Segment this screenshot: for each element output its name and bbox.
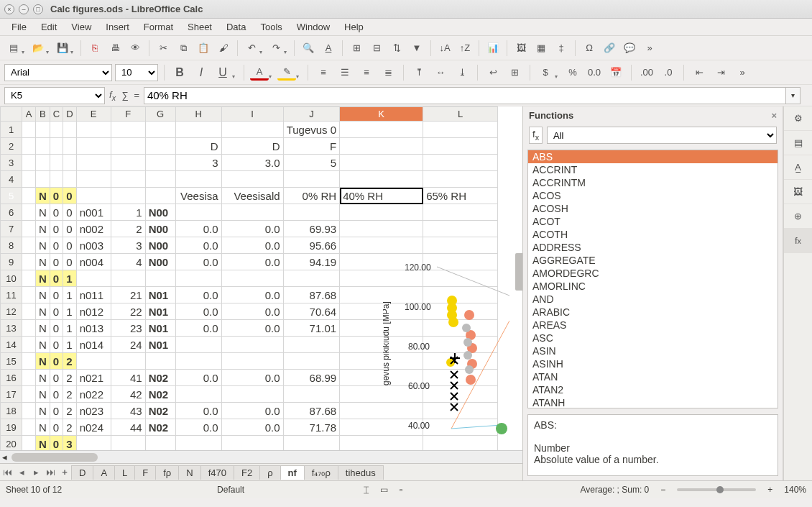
save-button[interactable]: 💾 [53, 39, 72, 58]
cell-I13[interactable]: 0.0 [221, 320, 283, 337]
window-maximize-button[interactable]: □ [33, 4, 43, 14]
sheet-tab-nf[interactable]: nf [280, 465, 305, 480]
cell-E5[interactable] [76, 188, 111, 204]
cell-G16[interactable]: N02 [145, 370, 175, 386]
fn-item-asinh[interactable]: ASINH [528, 357, 778, 370]
menu-tools[interactable]: Tools [254, 20, 287, 34]
cell-G1[interactable] [145, 122, 175, 138]
bold-button[interactable]: B [170, 63, 189, 82]
fn-item-amorlinc[interactable]: AMORLINC [528, 280, 778, 293]
cell-L18[interactable] [423, 403, 498, 419]
cell-H13[interactable]: 0.0 [175, 320, 221, 337]
window-minimize-button[interactable]: – [19, 4, 29, 14]
cell-J9[interactable]: 94.19 [283, 254, 340, 270]
add-sheet-button[interactable]: + [57, 467, 72, 478]
col-header-L[interactable]: L [423, 107, 498, 122]
cell-C7[interactable]: 0 [50, 221, 63, 237]
cell-G6[interactable]: N00 [145, 204, 175, 221]
cell-F13[interactable]: 23 [111, 320, 145, 337]
cell-I3[interactable]: 3.0 [221, 155, 283, 171]
cell-J13[interactable]: 71.01 [283, 320, 340, 337]
merge-button[interactable]: ⊞ [505, 63, 524, 82]
cell-K7[interactable] [340, 221, 423, 237]
hyperlink-button[interactable]: 🔗 [600, 39, 619, 58]
col-header-E[interactable]: E [76, 107, 111, 122]
fn-item-acoth[interactable]: ACOTH [528, 228, 778, 241]
row-header-13[interactable]: 13 [1, 320, 22, 337]
cell-C17[interactable]: 0 [50, 386, 63, 403]
cell-F15[interactable] [111, 353, 145, 370]
cell-K13[interactable] [340, 320, 423, 337]
sidebar-styles-icon[interactable]: A̲ [784, 155, 812, 180]
cell-H8[interactable]: 0.0 [175, 237, 221, 254]
fn-item-abs[interactable]: ABS [528, 150, 778, 163]
row-header-17[interactable]: 17 [1, 386, 22, 403]
cell-J4[interactable] [283, 171, 340, 188]
comment-button[interactable]: 💬 [620, 39, 639, 58]
cell-E13[interactable]: n013 [76, 320, 111, 337]
align-left-button[interactable]: ≡ [314, 63, 333, 82]
cell-B15[interactable]: N [36, 353, 50, 370]
cell-L15[interactable] [423, 353, 498, 370]
cell-D7[interactable]: 0 [63, 221, 76, 237]
row-header-8[interactable]: 8 [1, 237, 22, 254]
cell-H2[interactable]: D [175, 138, 221, 155]
col-header-J[interactable]: J [283, 107, 340, 122]
cell-B7[interactable]: N [36, 221, 50, 237]
tab-next-button[interactable]: ▸ [29, 467, 43, 478]
col-header-K[interactable]: K [340, 107, 423, 122]
cell-C15[interactable]: 0 [50, 353, 63, 370]
menu-file[interactable]: File [6, 20, 32, 34]
cell-K16[interactable] [340, 370, 423, 386]
cell-B18[interactable]: N [36, 403, 50, 419]
copy-button[interactable]: ⧉ [174, 39, 193, 58]
cell-I12[interactable]: 0.0 [221, 303, 283, 320]
cell-I19[interactable]: 0.0 [221, 419, 283, 436]
cell-L8[interactable] [423, 237, 498, 254]
menu-view[interactable]: View [65, 20, 97, 34]
cell-K6[interactable] [340, 204, 423, 221]
expand-formula-button[interactable]: ▾ [786, 87, 801, 104]
cell-L3[interactable] [423, 155, 498, 171]
cell-A15[interactable] [22, 353, 36, 370]
fn-item-acosh[interactable]: ACOSH [528, 202, 778, 215]
cell-I11[interactable]: 0.0 [221, 287, 283, 303]
fn-item-acos[interactable]: ACOS [528, 189, 778, 202]
cell-A8[interactable] [22, 237, 36, 254]
cell-D9[interactable]: 0 [63, 254, 76, 270]
cell-H16[interactable]: 0.0 [175, 370, 221, 386]
fn-item-amordegrc[interactable]: AMORDEGRC [528, 267, 778, 280]
cell-D11[interactable]: 1 [63, 287, 76, 303]
cell-K19[interactable] [340, 419, 423, 436]
sheet-tab-F[interactable]: F [134, 465, 156, 480]
cell-B5[interactable]: N [36, 188, 50, 204]
wrap-button[interactable]: ↩ [484, 63, 502, 82]
cell-K11[interactable] [340, 287, 423, 303]
cell-I1[interactable] [221, 122, 283, 138]
row-header-2[interactable]: 2 [1, 138, 22, 155]
cell-A17[interactable] [22, 386, 36, 403]
cell-A14[interactable] [22, 337, 36, 353]
cell-C14[interactable]: 0 [50, 337, 63, 353]
cell-J20[interactable] [283, 436, 340, 451]
cell-F11[interactable]: 21 [111, 287, 145, 303]
align-center-button[interactable]: ☰ [336, 63, 354, 82]
cell-I2[interactable]: D [221, 138, 283, 155]
cell-E15[interactable] [76, 353, 111, 370]
fn-item-areas[interactable]: AREAS [528, 319, 778, 332]
cell-C1[interactable] [50, 122, 63, 138]
cell-I6[interactable] [221, 204, 283, 221]
cell-H10[interactable] [175, 270, 221, 287]
align-justify-button[interactable]: ≣ [379, 63, 397, 82]
cell-G3[interactable] [145, 155, 175, 171]
tab-first-button[interactable]: ⏮ [0, 467, 14, 478]
cell-E12[interactable]: n012 [76, 303, 111, 320]
cell-F4[interactable] [111, 171, 145, 188]
cell-C19[interactable]: 0 [50, 419, 63, 436]
row-header-19[interactable]: 19 [1, 419, 22, 436]
cell-J12[interactable]: 70.64 [283, 303, 340, 320]
align-right-button[interactable]: ≡ [357, 63, 376, 82]
menu-sheet[interactable]: Sheet [182, 20, 218, 34]
cell-L11[interactable] [423, 287, 498, 303]
fn-item-asin[interactable]: ASIN [528, 344, 778, 357]
